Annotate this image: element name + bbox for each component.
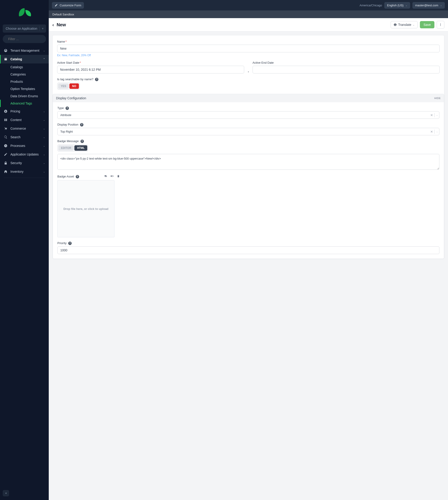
priority-label: Priority ? xyxy=(57,241,439,245)
svg-rect-3 xyxy=(111,176,113,177)
nav-pricing[interactable]: Pricing ⌄ xyxy=(0,107,49,116)
customize-form-button[interactable]: Customize Form xyxy=(52,2,84,9)
images-icon[interactable] xyxy=(104,174,107,178)
nav-inventory[interactable]: Inventory ⌄ xyxy=(0,167,49,176)
clear-icon[interactable]: ✕ xyxy=(430,130,433,134)
chevron-down-icon: ⌄ xyxy=(43,127,45,130)
toggle-switch-icon[interactable] xyxy=(111,174,113,178)
sidebar-collapse-button[interactable] xyxy=(3,490,9,496)
nav-catalog[interactable]: Catalog ⌃ xyxy=(0,55,49,63)
position-label: Display Position ? xyxy=(57,123,439,126)
sidebar-nav: Tenant Management ⌄ Catalog ⌃ Catalogs C… xyxy=(0,46,49,486)
badge-message-label: Badge Message ? xyxy=(57,139,439,143)
chevron-down-icon: ⌄ xyxy=(405,4,407,7)
badge-html-textarea[interactable] xyxy=(57,154,439,170)
active-start-input[interactable] xyxy=(57,66,244,73)
chevron-down-icon: ⌄ xyxy=(440,4,442,7)
help-icon[interactable]: ? xyxy=(80,123,83,126)
help-icon[interactable]: ? xyxy=(65,107,69,110)
chevron-down-icon: ⌄ xyxy=(43,162,45,165)
search-icon xyxy=(4,135,8,139)
context-bar: Default Sandbox xyxy=(49,10,448,18)
help-icon[interactable]: ? xyxy=(68,242,72,245)
chevron-down-icon: ⌄ xyxy=(43,49,45,52)
svg-point-4 xyxy=(111,176,112,177)
nav-content[interactable]: Content ⌄ xyxy=(0,116,49,124)
svg-point-2 xyxy=(440,25,441,26)
editor-html-toggle: EDITOR HTML xyxy=(57,144,88,152)
nav-tenant-management[interactable]: Tenant Management ⌄ xyxy=(0,46,49,55)
name-hint: Ex: New, Fairtrade, 20% Off xyxy=(57,54,440,57)
position-select[interactable]: Top Right xyxy=(57,128,439,135)
form-card: Name* Ex: New, Fairtrade, 20% Off Active… xyxy=(52,35,444,259)
leaf-logo-icon xyxy=(16,6,33,19)
cart-icon xyxy=(4,126,8,131)
chevron-down-icon: ▼ xyxy=(42,27,44,30)
clear-icon[interactable]: ✕ xyxy=(430,113,433,117)
edit-icon xyxy=(4,152,8,156)
toggle-yes[interactable]: YES xyxy=(58,83,69,89)
nav-catalogs[interactable]: Catalogs xyxy=(0,63,49,71)
nav-security[interactable]: Security ⌄ xyxy=(0,159,49,167)
nav-option-templates[interactable]: Option Templates xyxy=(0,85,49,93)
logo xyxy=(0,0,49,24)
chevron-down-icon: ⌄ xyxy=(43,119,45,122)
chevron-down-icon: ⌄ xyxy=(43,136,45,139)
nav-products[interactable]: Products xyxy=(0,78,49,85)
hide-section-button[interactable]: HIDE xyxy=(434,97,441,99)
name-label: Name* xyxy=(57,40,440,43)
display-config-body: Type ? Attribute ✕ ⌄ xyxy=(53,102,444,259)
pricing-icon xyxy=(4,109,8,113)
nav-advanced-tags[interactable]: Advanced Tags xyxy=(0,100,49,107)
svg-point-0 xyxy=(440,24,441,24)
filter-input[interactable] xyxy=(8,37,48,41)
help-icon[interactable]: ? xyxy=(80,140,84,143)
page-header: ‹ New Translate ⌄ Save xyxy=(49,18,448,31)
nav-search[interactable]: Search ⌄ xyxy=(0,133,49,141)
nav-categories[interactable]: Categories xyxy=(0,71,49,78)
user-menu[interactable]: master@test.com ⌄ xyxy=(412,2,445,9)
active-end-input[interactable] xyxy=(253,66,440,73)
nav-processes[interactable]: Processes ⌄ xyxy=(0,141,49,150)
nav-data-driven-enums[interactable]: Data Driven Enums xyxy=(0,93,49,100)
chevron-down-icon[interactable]: ⌄ xyxy=(436,130,438,133)
priority-input[interactable] xyxy=(57,246,439,254)
globe-icon xyxy=(4,48,8,53)
sidebar: Choose an Application ▼ Tenant Managemen… xyxy=(0,0,49,500)
globe-icon xyxy=(394,23,397,26)
toggle-editor[interactable]: EDITOR xyxy=(58,145,74,151)
topbar: Customize Form America/Chicago English (… xyxy=(49,0,448,10)
type-label: Type ? xyxy=(57,106,439,110)
toggle-no[interactable]: NO xyxy=(69,83,79,89)
more-actions-button[interactable] xyxy=(437,21,444,29)
locale-select[interactable]: English (US) ⌄ xyxy=(384,2,410,9)
name-input[interactable] xyxy=(57,45,440,52)
help-icon[interactable]: ? xyxy=(76,175,79,178)
badge-asset-label: Badge Asset ? xyxy=(57,175,79,178)
chevron-down-icon[interactable]: ⌄ xyxy=(436,113,438,116)
nav-application-updates[interactable]: Application Updates ⌄ xyxy=(0,150,49,159)
type-select[interactable]: Attribute xyxy=(57,111,439,119)
back-button[interactable]: ‹ xyxy=(52,22,54,27)
toggle-html[interactable]: HTML xyxy=(74,145,87,151)
application-select[interactable]: Choose an Application ▼ xyxy=(3,24,46,33)
badge-asset-dropzone[interactable]: Drop file here, or click to upload xyxy=(57,180,114,237)
chevron-left-icon xyxy=(4,492,7,495)
building-icon xyxy=(4,170,8,174)
chevron-down-icon: ⌄ xyxy=(43,170,45,173)
searchable-toggle: YES NO xyxy=(57,82,80,90)
help-icon[interactable]: ? xyxy=(95,78,98,81)
trash-icon[interactable] xyxy=(117,174,120,178)
content-icon xyxy=(4,118,8,122)
page-title: New xyxy=(57,22,66,27)
save-button[interactable]: Save xyxy=(420,21,434,28)
date-range-dash: - xyxy=(248,70,249,73)
sidebar-filter[interactable] xyxy=(3,35,46,43)
chevron-down-icon: ⌄ xyxy=(43,144,45,147)
nav-commerce[interactable]: Commerce ⌄ xyxy=(0,124,49,133)
translate-button[interactable]: Translate ⌄ xyxy=(391,21,418,28)
more-vertical-icon xyxy=(439,23,442,26)
active-end-label: Active End Date xyxy=(253,61,440,64)
active-start-label: Active Start Date* xyxy=(57,61,244,64)
searchable-label: Is tag searchable by name? ? xyxy=(57,78,440,81)
